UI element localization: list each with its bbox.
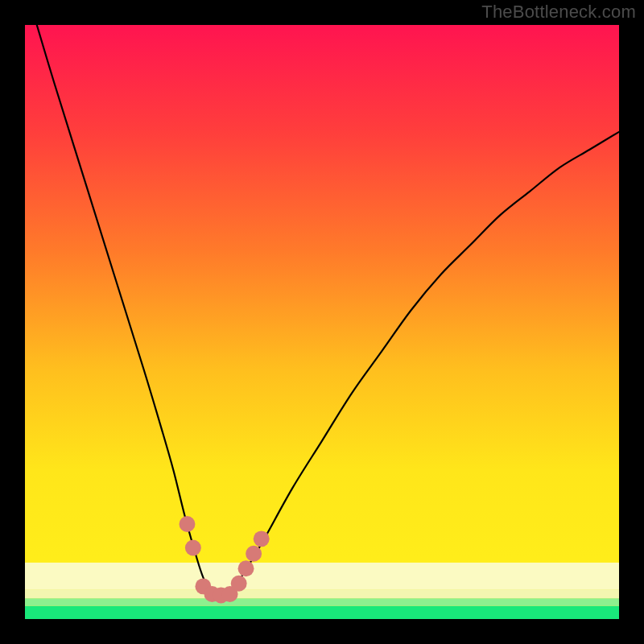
chart-area <box>25 25 619 619</box>
green-band <box>25 606 619 619</box>
cream-band <box>25 589 619 598</box>
highlight-dot <box>231 576 247 592</box>
light-green-band <box>25 598 619 606</box>
outer-frame: TheBottleneck.com <box>0 0 644 644</box>
highlight-dot <box>185 539 201 555</box>
highlight-bands <box>25 563 619 619</box>
highlight-dot <box>180 516 196 532</box>
highlight-dot <box>254 530 270 547</box>
highlight-dot <box>246 546 262 562</box>
gradient-background <box>25 25 619 619</box>
pale-yellow-band <box>25 563 619 589</box>
highlight-dot <box>238 560 254 576</box>
bottleneck-chart <box>25 25 619 619</box>
watermark-text: TheBottleneck.com <box>481 2 636 23</box>
